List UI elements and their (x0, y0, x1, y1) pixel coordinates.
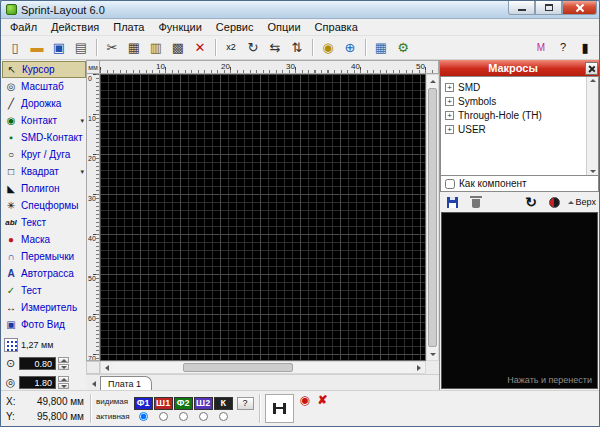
copy-button[interactable]: ▦ (123, 37, 145, 58)
macros-panel-header[interactable]: Макросы (440, 60, 599, 76)
grid-setting-button[interactable]: 1,27 мм (2, 336, 86, 354)
tab-nav-left-button[interactable] (88, 378, 100, 390)
menu-item-5[interactable]: Опции (261, 20, 308, 34)
layer-radio-input-Ш1[interactable] (159, 412, 168, 421)
layer-help-button[interactable]: ? (237, 397, 254, 410)
track-width-value[interactable]: 0.80 (19, 357, 56, 370)
save-macro-button[interactable] (443, 194, 462, 211)
tool-mask[interactable]: ●Маска (2, 231, 86, 248)
macros-close-button[interactable] (585, 62, 598, 75)
expand-icon[interactable]: + (445, 97, 454, 106)
layer-button-Ф2[interactable]: Ф2 (174, 397, 193, 410)
cut-button[interactable]: ✂ (101, 37, 123, 58)
tree-item-0[interactable]: +SMD (443, 80, 584, 94)
print-button[interactable]: ▤ (70, 37, 92, 58)
pad-size-value[interactable]: 1.80 (19, 376, 56, 389)
tool-pad[interactable]: ◉Контакт▾ (2, 112, 86, 129)
remove-origin-button[interactable]: ✘ (314, 392, 332, 408)
expand-icon[interactable]: + (445, 83, 454, 92)
horizontal-scrollbar-track[interactable] (113, 362, 413, 373)
layer-radio-input-Ф2[interactable] (179, 412, 188, 421)
layer-button-Ш2[interactable]: Ш2 (194, 397, 213, 410)
chevron-down-icon[interactable]: ▾ (80, 168, 84, 176)
layer-radio-input-Ш2[interactable] (199, 412, 208, 421)
layer-radio-Ф1[interactable] (134, 412, 153, 421)
horizontal-scrollbar[interactable] (100, 361, 426, 374)
side-select[interactable]: Верх (568, 197, 596, 207)
scroll-down-button[interactable] (427, 348, 438, 360)
vertical-scrollbar[interactable] (426, 74, 439, 361)
tool-rect[interactable]: □Квадрат▾ (2, 163, 86, 180)
horizontal-scrollbar-thumb[interactable] (183, 363, 293, 372)
macro-tree-scrollbar[interactable] (586, 77, 598, 175)
tree-item-1[interactable]: +Symbols (443, 94, 584, 108)
layer-radio-Ш2[interactable] (194, 412, 213, 421)
layer-button-К[interactable]: К (214, 397, 233, 410)
pad-size-down-button[interactable] (58, 383, 69, 389)
tree-item-3[interactable]: +USER (443, 122, 584, 136)
scroll-up-button[interactable] (427, 75, 438, 87)
rotate-button[interactable]: ↻ (242, 37, 264, 58)
layer-radio-К[interactable] (214, 412, 233, 421)
tool-cursor[interactable]: ↖Курсор (2, 61, 86, 78)
tool-jumper[interactable]: ∩Перемычки (2, 248, 86, 265)
tool-special-form[interactable]: ✳Спецформы (2, 197, 86, 214)
menu-item-6[interactable]: Справка (308, 20, 365, 34)
layer-button-Ш1[interactable]: Ш1 (154, 397, 173, 410)
expand-icon[interactable]: + (445, 111, 454, 120)
flip-horizontal-button[interactable]: ⇆ (264, 37, 286, 58)
menu-item-0[interactable]: Файл (3, 20, 44, 34)
board-side-button[interactable] (545, 194, 564, 211)
pcb-canvas[interactable] (100, 74, 426, 361)
maximize-button[interactable] (535, 1, 562, 15)
layer-radio-Ш1[interactable] (154, 412, 173, 421)
caliper-icon[interactable] (273, 403, 286, 414)
delete-macro-button[interactable] (466, 194, 485, 211)
chevron-down-icon[interactable]: ▾ (80, 117, 84, 125)
pad-size-up-button[interactable] (58, 376, 69, 382)
duplicate-button[interactable]: ▩ (167, 37, 189, 58)
as-component-checkbox[interactable] (445, 179, 455, 189)
paste-button[interactable]: ▥ (145, 37, 167, 58)
settings-gear-button[interactable]: ⚙ (392, 37, 414, 58)
tool-photo-view[interactable]: ▣Фото Вид (2, 316, 86, 333)
macro-preview[interactable]: Нажать и перенести (441, 212, 598, 389)
minimize-button[interactable] (508, 1, 535, 15)
delete-button[interactable]: ✕ (189, 37, 211, 58)
expand-icon[interactable]: + (445, 125, 454, 134)
tool-track[interactable]: ╱Дорожка (2, 95, 86, 112)
scroll-left-button[interactable] (101, 362, 113, 373)
macros-panel-button[interactable]: M (530, 37, 552, 58)
layer-radio-Ф2[interactable] (174, 412, 193, 421)
tool-polygon[interactable]: ◣Полигон (2, 180, 86, 197)
scroll-right-button[interactable] (413, 362, 425, 373)
grid-view-button[interactable]: ▦ (370, 37, 392, 58)
menu-item-1[interactable]: Действия (44, 20, 106, 34)
open-folder-button[interactable]: ▬ (26, 37, 48, 58)
tool-text[interactable]: ablТекст (2, 214, 86, 231)
crosshair-button[interactable]: ⊕ (339, 37, 361, 58)
flip-vertical-button[interactable]: ⇅ (286, 37, 308, 58)
refresh-button[interactable]: ↻ (522, 194, 541, 211)
track-width-down-button[interactable] (58, 364, 69, 370)
tool-smd-pad[interactable]: ▪SMD-Контакт (2, 129, 86, 146)
layer-button-Ф1[interactable]: Ф1 (134, 397, 153, 410)
menu-item-3[interactable]: Функции (151, 20, 208, 34)
tool-test[interactable]: ✓Тест (2, 282, 86, 299)
title-bar[interactable]: Sprint-Layout 6.0 (1, 1, 599, 19)
scale-x2-button[interactable]: x2 (220, 37, 242, 58)
as-component-row[interactable]: Как компонент (440, 176, 599, 192)
layer-radio-input-Ф1[interactable] (139, 412, 148, 421)
zoom-button[interactable]: ◉ (317, 37, 339, 58)
save-button[interactable]: ▣ (48, 37, 70, 58)
vertical-scrollbar-thumb[interactable] (428, 88, 437, 347)
menu-item-4[interactable]: Сервис (209, 20, 261, 34)
menu-item-2[interactable]: Плата (106, 20, 151, 34)
layer-radio-input-К[interactable] (219, 412, 228, 421)
tool-circle[interactable]: ○Круг / Дуга (2, 146, 86, 163)
close-button[interactable] (562, 1, 597, 15)
tool-zoom[interactable]: ◎Масштаб (2, 78, 86, 95)
tool-measure[interactable]: ↔Измеритель (2, 299, 86, 316)
tool-autoroute[interactable]: AАвтотрасса (2, 265, 86, 282)
board-tab[interactable]: Плата 1 (100, 376, 152, 390)
